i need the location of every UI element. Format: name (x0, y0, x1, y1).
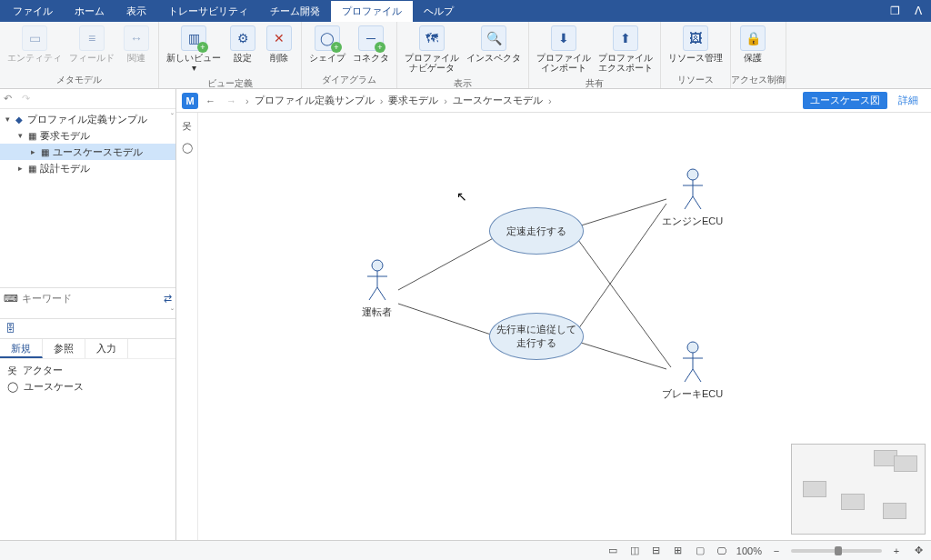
panel-toolbox-icon[interactable]: 🗄 (0, 318, 175, 338)
menu-tab-team[interactable]: チーム開発 (259, 1, 331, 22)
ribbon-profile-nav-button[interactable]: 🗺プロファイル ナビゲータ (401, 24, 463, 75)
palette-actor[interactable]: 옷 アクター (7, 363, 168, 379)
svg-line-9 (369, 287, 377, 300)
search-input[interactable] (22, 293, 160, 304)
tool-usecase-icon[interactable]: ◯ (180, 140, 195, 155)
ribbon-protect-button[interactable]: 🔒保護 (735, 24, 771, 65)
ribbon-profile-export-button[interactable]: ⬆プロファイル エクスポート (595, 24, 656, 75)
ribbon-delete-button[interactable]: ✕削除 (261, 24, 297, 65)
usecase-label: 定速走行する (506, 225, 566, 238)
ribbon-group-metamodel: メタモデル (0, 73, 158, 88)
tab-input[interactable]: 入力 (85, 339, 128, 358)
ribbon-connector-button[interactable]: ─+コネクタ (349, 24, 393, 65)
zoom-value: 100% (736, 545, 762, 556)
svg-line-1 (398, 304, 496, 336)
svg-point-6 (372, 260, 383, 271)
keyword-icon: ⌨ (4, 293, 18, 305)
tree-item-usecase-model[interactable]: ▸▦ユースケースモデル (0, 144, 175, 160)
redo-icon[interactable]: ↷ (22, 93, 35, 105)
status-bar: ▭ ◫ ⊟ ⊞ ▢ 🖵 100% − + ✥ (0, 540, 931, 560)
ribbon-inspector-button[interactable]: 🔍インスペクタ (463, 24, 525, 65)
menu-tab-help[interactable]: ヘルプ (413, 1, 465, 22)
menu-bar: ファイル ホーム 表示 トレーサビリティ チーム開発 プロファイル ヘルプ ❐ … (0, 0, 931, 22)
model-tree: ˇ ▾◆プロファイル定義サンプル ▾▦要求モデル ▸▦ユースケースモデル ▸▦設… (0, 109, 175, 287)
svg-point-11 (687, 169, 698, 180)
tree-collapse-icon[interactable]: ˇ (171, 112, 174, 121)
ribbon-resource-mgmt-button[interactable]: 🖼リソース管理 (665, 24, 726, 65)
tree-item-design-model[interactable]: ▸▦設計モデル (0, 160, 175, 176)
menu-tab-traceability[interactable]: トレーサビリティ (157, 1, 259, 22)
palette-tabs: 新規 参照 入力 (0, 338, 175, 358)
usecase-follow-lead[interactable]: 先行車に追従して 走行する (489, 313, 584, 360)
ribbon-group-access: アクセス制御 (731, 73, 786, 88)
actor-icon (679, 167, 706, 213)
svg-line-14 (685, 196, 693, 209)
sidebar: ↶ ↷ ˇ ▾◆プロファイル定義サンプル ▾▦要求モデル ▸▦ユースケースモデル… (0, 89, 176, 540)
fit-icon[interactable]: ✥ (911, 545, 926, 556)
usecase-label: 先行車に追従して 走行する (496, 323, 576, 350)
actor-brake-ecu[interactable]: ブレーキECU (662, 340, 723, 401)
layout-4-icon[interactable]: ⊞ (671, 545, 686, 556)
ellipse-icon: ◯ (7, 381, 18, 393)
actor-engine-ecu[interactable]: エンジンECU (662, 167, 723, 228)
ribbon-group-resource: リソース (661, 73, 730, 88)
detail-link[interactable]: 詳細 (891, 94, 926, 107)
presentation-icon[interactable]: ▢ (693, 545, 707, 556)
diagram-toolbox: 옷 ◯ (176, 113, 198, 540)
filter-icon[interactable]: ⇄ (164, 293, 172, 305)
crumb-2[interactable]: ユースケースモデル (453, 94, 543, 107)
tree-item-root[interactable]: ▾◆プロファイル定義サンプル (0, 111, 175, 127)
diagram-type-tag[interactable]: ユースケース図 (803, 92, 887, 109)
tab-ref[interactable]: 参照 (43, 339, 85, 358)
usecase-constant-speed[interactable]: 定速走行する (489, 207, 584, 255)
ribbon: ▭エンティティ ≡フィールド ↔関連 メタモデル ▥+新しいビュー ▾ ⚙設定 … (0, 22, 931, 89)
svg-line-2 (578, 199, 666, 226)
menu-tab-profile[interactable]: プロファイル (331, 1, 413, 22)
undo-icon[interactable]: ↶ (4, 93, 16, 105)
ribbon-entity-button[interactable]: ▭エンティティ (4, 24, 65, 65)
menu-tab-home[interactable]: ホーム (64, 1, 115, 22)
menu-tab-view[interactable]: 表示 (115, 1, 157, 22)
actor-icon (364, 258, 391, 304)
zoom-slider[interactable] (791, 549, 882, 553)
layout-2-icon[interactable]: ◫ (627, 545, 642, 556)
actor-driver[interactable]: 運転者 (362, 258, 392, 319)
ribbon-settings-button[interactable]: ⚙設定 (225, 24, 261, 65)
ribbon-newview-button[interactable]: ▥+新しいビュー ▾ (163, 24, 225, 75)
sidebar-search: ⌨ ⇄ (0, 287, 175, 309)
tree-item-req-model[interactable]: ▾▦要求モデル (0, 127, 175, 144)
diagram-canvas[interactable]: 運転者 エンジンECU ブレーキECU 定速走行する 先行車に追従して 走行する (198, 113, 931, 540)
ribbon-profile-import-button[interactable]: ⬇プロファイル インポート (533, 24, 595, 75)
sidebar-toolbar: ↶ ↷ (0, 89, 175, 109)
svg-line-19 (685, 369, 693, 382)
nav-back-icon[interactable]: ← (202, 95, 219, 106)
crumb-1[interactable]: 要求モデル (388, 94, 438, 107)
svg-point-16 (687, 342, 698, 353)
layout-3-icon[interactable]: ⊟ (649, 545, 664, 556)
window-restore-icon[interactable]: ❐ (883, 5, 907, 17)
crumb-0[interactable]: プロファイル定義サンプル (255, 94, 375, 107)
layout-1-icon[interactable]: ▭ (606, 545, 620, 556)
nav-forward-icon[interactable]: → (223, 95, 240, 106)
ribbon-field-button[interactable]: ≡フィールド (65, 24, 118, 65)
palette-list: 옷 アクター ◯ ユースケース (0, 358, 175, 541)
display-icon[interactable]: 🖵 (715, 545, 729, 556)
ribbon-shape-button[interactable]: ◯+シェイプ (305, 24, 349, 65)
minimap[interactable] (791, 444, 926, 535)
ribbon-relation-button[interactable]: ↔関連 (118, 24, 155, 65)
actor-label: 運転者 (362, 305, 392, 319)
svg-line-10 (377, 287, 385, 300)
zoom-in-icon[interactable]: + (889, 545, 904, 556)
menu-tab-file[interactable]: ファイル (2, 1, 64, 22)
actor-icon (679, 340, 706, 385)
svg-line-5 (578, 342, 666, 369)
ribbon-group-diagram: ダイアグラム (302, 73, 396, 88)
ribbon-collapse-icon[interactable]: ᐱ (907, 5, 929, 17)
palette-usecase[interactable]: ◯ ユースケース (7, 379, 168, 395)
model-chip[interactable]: M (182, 93, 198, 109)
tool-actor-icon[interactable]: 옷 (180, 118, 195, 133)
panel-collapse-icon[interactable]: ˇ (171, 307, 174, 316)
svg-line-15 (693, 196, 701, 209)
tab-new[interactable]: 新規 (0, 339, 43, 358)
zoom-out-icon[interactable]: − (769, 545, 784, 556)
